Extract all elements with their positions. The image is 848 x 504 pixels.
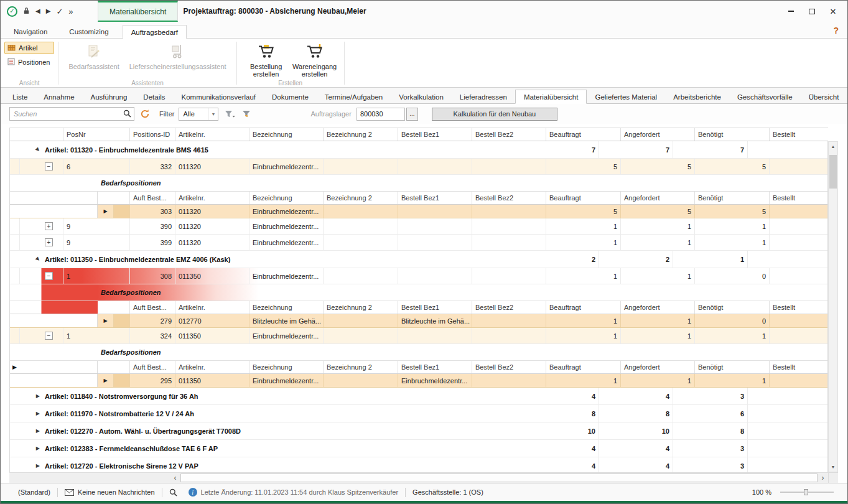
column-header[interactable]: Benötigt (695, 301, 770, 314)
tab-dokumente[interactable]: Dokumente (264, 90, 317, 103)
tab-annahme[interactable]: Annahme (35, 90, 82, 103)
collapse-icon[interactable]: ▶ (35, 256, 42, 263)
expander-cell[interactable]: − (42, 268, 63, 284)
column-header[interactable]: Bestell Bez1 (398, 128, 472, 141)
group-expander[interactable]: ▶ (20, 141, 42, 158)
column-header[interactable]: Bestell Bez2 (472, 301, 546, 314)
expander-cell[interactable]: + (42, 218, 63, 234)
scroll-track[interactable] (829, 151, 837, 462)
table-row[interactable]: −6332011320Einbruchmeldezentr...555 (10, 159, 827, 175)
expand-icon[interactable]: ▶ (36, 446, 40, 451)
column-header[interactable]: Bezeichnung 2 (324, 128, 398, 141)
app-logo-icon[interactable]: ✓ (7, 6, 17, 17)
column-header[interactable]: Artikelnr. (175, 128, 249, 141)
group-expander[interactable]: ▶ (20, 405, 42, 422)
column-header[interactable]: Beauftragt (546, 192, 621, 204)
column-header[interactable]: Auft Best... (130, 361, 175, 373)
bestellung-erstellen-button[interactable]: Bestellung erstellen (243, 42, 289, 80)
tab-übersicht[interactable]: Übersicht (801, 90, 847, 103)
table-row[interactable]: −1324011350Einbruchmeldezentr...111 (10, 328, 827, 344)
subgrid-row[interactable]: ▶279012770Blitzleuchte im Gehä...Blitzle… (10, 314, 827, 328)
column-header[interactable]: Benötigt (695, 361, 770, 373)
filter-funnel-icon[interactable] (225, 110, 236, 118)
column-header[interactable]: Bestell Bez1 (398, 301, 472, 314)
scroll-left-button[interactable]: ‹ (170, 473, 180, 483)
column-header[interactable]: Beauftragt (546, 361, 621, 373)
column-header[interactable]: Beauftragt (546, 128, 621, 141)
collapse-button[interactable]: − (45, 162, 53, 170)
group-expander[interactable]: ▶ (20, 251, 42, 268)
column-header[interactable]: Bestellt (770, 301, 828, 314)
column-header[interactable]: Auft Best... (130, 301, 175, 314)
column-header[interactable]: Benötigt (695, 128, 770, 141)
group-expander[interactable]: ▶ (20, 388, 42, 404)
forward-icon[interactable]: ▶ (46, 8, 51, 14)
column-header[interactable]: Angefordert (621, 361, 695, 373)
positionen-button[interactable]: Positionen (4, 56, 54, 68)
column-header[interactable]: Artikelnr. (175, 301, 249, 314)
column-header[interactable]: Bezeichnung (249, 361, 324, 373)
filter-edit-funnel-icon[interactable] (242, 110, 251, 118)
column-header[interactable]: Angefordert (621, 301, 695, 314)
subgrid-row[interactable]: ▶295011350Einbruchmeldezentr...Einbruchm… (10, 374, 827, 388)
envelope-icon[interactable] (65, 489, 74, 496)
column-header[interactable]: Positions-ID (130, 128, 175, 141)
group-row[interactable]: ▶Artikel: 011350 - Einbruchmeldezentrale… (10, 251, 827, 268)
column-header[interactable]: Bestell Bez2 (472, 192, 546, 204)
table-row[interactable]: +9399011320Einbruchmeldezentr...111 (10, 235, 827, 251)
column-header[interactable]: PosNr (63, 128, 130, 141)
collapse-icon[interactable]: ▶ (35, 146, 42, 153)
table-row[interactable]: +9390011320Einbruchmeldezentr...111 (10, 218, 827, 235)
auftragslager-input[interactable] (356, 108, 405, 121)
apply-icon[interactable]: ✓ (56, 7, 63, 16)
group-row[interactable]: ▶Artikel: 011840 - Notstromversorgung fü… (10, 388, 827, 405)
expand-icon[interactable]: ▶ (36, 393, 40, 399)
lock-icon[interactable] (23, 7, 30, 16)
tab-geschäftsvorfälle[interactable]: Geschäftsvorfälle (729, 90, 801, 103)
scroll-up-button[interactable]: ▲ (829, 142, 837, 151)
search-icon[interactable] (123, 110, 131, 118)
column-header[interactable]: Auft Best... (130, 192, 175, 204)
group-row[interactable]: ▶Artikel: 011320 - Einbruchmeldezentrale… (10, 141, 827, 159)
tab-lieferadressen[interactable]: Lieferadressen (452, 90, 515, 103)
table-row[interactable]: −1308011350Einbruchmeldezentr...110 (10, 268, 827, 284)
status-search-icon[interactable] (169, 488, 177, 497)
group-expander[interactable]: ▶ (20, 440, 42, 457)
tab-vorkalkulation[interactable]: Vorkalkulation (391, 90, 452, 103)
scroll-thumb[interactable] (829, 155, 837, 189)
group-row[interactable]: ▶Artikel: 012720 - Elektronische Sirene … (10, 457, 827, 472)
document-tab[interactable]: Materialübersicht (98, 1, 178, 22)
column-header[interactable]: Angefordert (621, 192, 695, 204)
filter-select[interactable]: Alle ▼ (179, 108, 218, 121)
tab-geliefertes-material[interactable]: Geliefertes Material (587, 90, 665, 103)
horizontal-scrollbar[interactable]: ‹ › (9, 472, 838, 483)
vertical-scrollbar[interactable]: ▲ ▼ (828, 141, 838, 472)
scroll-thumb[interactable] (180, 474, 818, 482)
column-header[interactable]: Bestell Bez1 (398, 192, 472, 204)
column-header[interactable]: Bezeichnung 2 (324, 301, 398, 314)
scroll-right-button[interactable]: › (818, 473, 828, 483)
column-header[interactable]: Bezeichnung 2 (324, 192, 398, 204)
expander-cell[interactable]: − (42, 159, 63, 174)
artikel-button[interactable]: Artikel (4, 42, 54, 54)
column-header[interactable]: Bestellt (770, 128, 829, 141)
expand-button[interactable]: + (45, 238, 53, 246)
column-header[interactable]: Bezeichnung (249, 301, 324, 314)
tab-arbeitsberichte[interactable]: Arbeitsberichte (665, 90, 729, 103)
maximize-button[interactable] (801, 3, 822, 19)
column-header[interactable]: Artikelnr. (175, 192, 249, 204)
zoom-slider-thumb[interactable] (804, 489, 808, 495)
column-header[interactable]: Bestell Bez1 (398, 361, 472, 373)
column-header[interactable]: Bestellt (770, 192, 828, 204)
tab-materialübersicht[interactable]: Materialübersicht (515, 90, 587, 104)
expand-icon[interactable]: ▶ (36, 428, 40, 434)
close-button[interactable]: × (822, 3, 844, 19)
zoom-slider[interactable] (780, 488, 834, 497)
help-button[interactable]: ? (833, 26, 839, 35)
wareneingang-erstellen-button[interactable]: Wareneingang erstellen (292, 42, 338, 80)
expand-icon[interactable]: ▶ (36, 411, 40, 416)
more-commands-icon[interactable]: » (68, 7, 73, 16)
back-icon[interactable]: ◀ (35, 8, 40, 14)
collapse-button[interactable]: − (45, 272, 53, 280)
group-row[interactable]: ▶Artikel: 012383 - Fernmeldeanschlußdose… (10, 440, 827, 457)
